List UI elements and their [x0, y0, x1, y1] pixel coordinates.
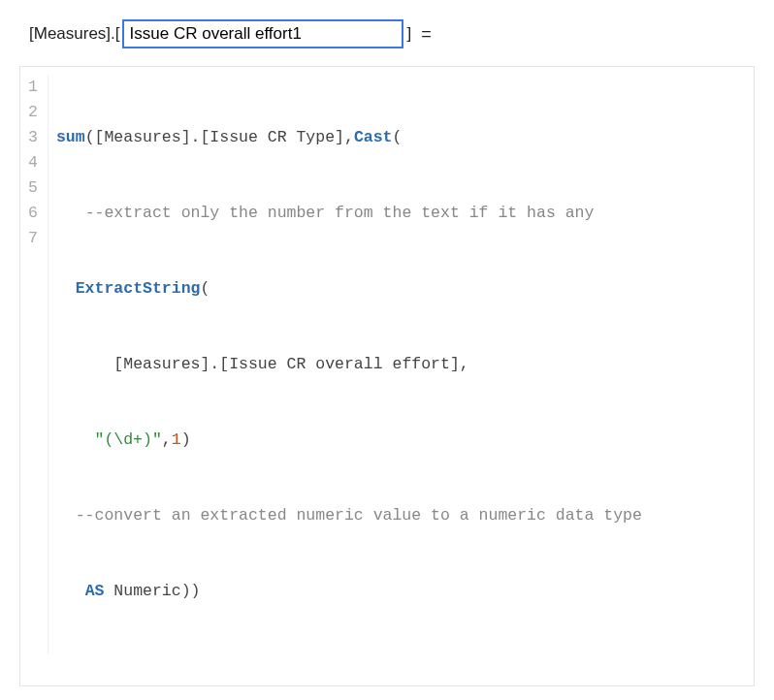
- line-number: 1: [28, 75, 38, 100]
- code-line: "(\d+)",1): [56, 428, 642, 453]
- code-token: [56, 506, 76, 525]
- line-number: 6: [28, 201, 38, 226]
- code-line: --convert an extracted numeric value to …: [56, 503, 642, 528]
- code-token: [56, 430, 95, 449]
- code-line: AS Numeric)): [56, 579, 642, 604]
- code-token: (: [393, 128, 403, 146]
- code-token: (: [85, 128, 95, 146]
- code-token: ,: [344, 128, 354, 146]
- line-number: 7: [28, 226, 38, 251]
- code-token: [56, 204, 85, 222]
- formula-header: [Measures].[ ] =: [29, 19, 755, 48]
- formula-equals: =: [421, 24, 432, 45]
- measure-name-input[interactable]: [122, 19, 403, 48]
- code-token: ): [181, 430, 191, 449]
- code-token: (: [200, 279, 210, 298]
- code-token: --convert an extracted numeric value to …: [76, 506, 642, 525]
- code-token: "(\d+)": [95, 430, 162, 449]
- code-token: Numeric: [113, 582, 180, 600]
- code-token: Cast: [354, 128, 393, 146]
- code-token: [Measures].[Issue CR overall effort]: [113, 355, 459, 373]
- line-number: 5: [28, 175, 38, 201]
- code-line: sum([Measures].[Issue CR Type],Cast(: [56, 125, 642, 150]
- code-token: AS: [85, 582, 105, 600]
- code-token: [56, 355, 113, 373]
- code-gutter: 1 2 3 4 5 6 7: [20, 75, 48, 654]
- code-token: ExtractString: [76, 279, 201, 298]
- line-number: 4: [28, 150, 38, 175]
- code-token: [56, 279, 76, 298]
- formula-prefix: [Measures].[: [29, 24, 120, 44]
- code-token: )): [181, 582, 201, 600]
- line-number: 2: [28, 100, 38, 125]
- code-line: --extract only the number from the text …: [56, 201, 642, 226]
- formula-input-wrap: [122, 19, 403, 48]
- formula-suffix: ]: [407, 24, 412, 44]
- code-token: 1: [172, 430, 181, 449]
- code-token: ,: [460, 355, 469, 373]
- code-token: sum: [56, 128, 85, 146]
- code-token: --extract only the number from the text …: [85, 204, 595, 222]
- code-body[interactable]: sum([Measures].[Issue CR Type],Cast( --e…: [48, 75, 642, 654]
- code-editor[interactable]: 1 2 3 4 5 6 7 sum([Measures].[Issue CR T…: [19, 66, 755, 686]
- code-token: [104, 582, 113, 600]
- code-line: [Measures].[Issue CR overall effort],: [56, 352, 642, 377]
- line-number: 3: [28, 125, 38, 150]
- code-token: [Measures].[Issue CR Type]: [95, 128, 344, 146]
- code-token: ,: [162, 430, 172, 449]
- code-line: ExtractString(: [56, 276, 642, 302]
- code-token: [56, 582, 85, 600]
